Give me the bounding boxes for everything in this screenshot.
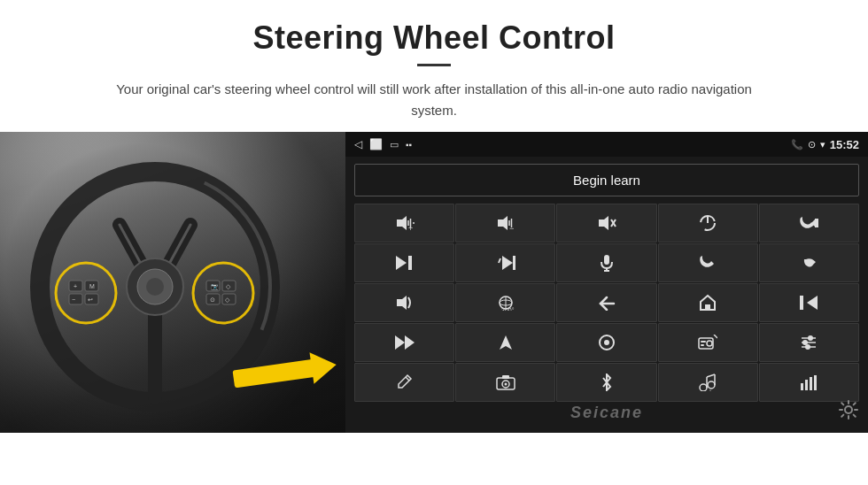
vol-down-button[interactable]: − (455, 204, 555, 242)
settings-icon[interactable] (838, 399, 859, 426)
svg-rect-83 (502, 375, 509, 379)
home-nav-icon[interactable]: ⬜ (369, 138, 383, 150)
yellow-arrow (233, 352, 337, 384)
call-button[interactable] (658, 243, 758, 282)
back-nav-icon[interactable]: ◁ (354, 138, 362, 150)
svg-text:−: − (72, 296, 75, 303)
status-time: 15:52 (830, 138, 859, 151)
svg-marker-42 (815, 219, 818, 227)
edit-button[interactable] (354, 363, 454, 402)
steering-wheel-panel: + M − ↩ 📷 ◇ ⊙ ◇ (0, 132, 345, 433)
status-left: ◁ ⬜ ▭ ▪▪ (354, 138, 412, 150)
hang-up-button[interactable] (759, 243, 859, 282)
svg-rect-60 (705, 304, 710, 310)
begin-learn-container: Begin learn (345, 157, 868, 202)
android-screen: ◁ ⬜ ▭ ▪▪ 📞 ⊙ ▾ 15:52 Begin learn (345, 132, 868, 433)
svg-rect-92 (810, 377, 812, 390)
svg-marker-65 (500, 335, 512, 350)
svg-marker-28 (397, 216, 407, 230)
signal-icon: ▪▪ (406, 140, 412, 150)
svg-text:⊙: ⊙ (210, 296, 215, 303)
svg-point-82 (504, 383, 507, 386)
svg-point-9 (146, 278, 164, 296)
mute-button[interactable] (556, 204, 656, 242)
svg-marker-47 (502, 256, 513, 270)
svg-line-88 (707, 374, 715, 377)
svg-marker-62 (807, 296, 818, 310)
svg-rect-61 (800, 296, 803, 310)
volume-bar-button[interactable] (759, 363, 859, 402)
subtitle-text: Your original car's steering wheel contr… (97, 79, 771, 121)
content-section: + M − ↩ 📷 ◇ ⊙ ◇ (0, 132, 868, 433)
control-button-grid: + − (345, 202, 868, 404)
speaker-button[interactable] (354, 283, 454, 322)
status-right: 📞 ⊙ ▾ 15:52 (791, 138, 859, 151)
phone-prev-button[interactable] (759, 204, 859, 242)
power-button[interactable] (658, 204, 758, 242)
wifi-icon: ▾ (820, 139, 825, 150)
page-title: Steering Wheel Control (53, 19, 815, 57)
svg-point-67 (604, 340, 609, 345)
svg-rect-71 (701, 344, 704, 346)
svg-rect-91 (805, 380, 808, 390)
back-button[interactable] (556, 283, 656, 322)
svg-point-76 (808, 335, 813, 341)
phone-status-icon: 📞 (791, 139, 803, 150)
page-container: Steering Wheel Control Your original car… (0, 0, 868, 433)
begin-learn-button[interactable]: Begin learn (354, 164, 859, 196)
svg-marker-63 (395, 335, 405, 350)
home-button[interactable] (658, 283, 758, 322)
svg-line-46 (499, 258, 500, 263)
svg-text:+: + (74, 283, 77, 289)
prev-prev-button[interactable] (759, 283, 859, 322)
svg-point-10 (56, 263, 116, 323)
fast-fwd-button[interactable] (354, 323, 454, 362)
svg-text:−: − (509, 224, 514, 231)
svg-text:↩: ↩ (88, 296, 93, 303)
svg-rect-68 (699, 338, 713, 349)
source-button[interactable] (556, 323, 656, 362)
svg-rect-49 (604, 255, 609, 265)
recent-nav-icon[interactable]: ▭ (390, 139, 399, 150)
seicane-watermark: Seicane (570, 404, 643, 422)
svg-text:+: + (408, 224, 413, 231)
svg-marker-44 (396, 256, 407, 270)
svg-text:M: M (89, 283, 95, 289)
vol-up-button[interactable]: + (354, 204, 454, 242)
status-bar: ◁ ⬜ ▭ ▪▪ 📞 ⊙ ▾ 15:52 (345, 132, 868, 157)
svg-marker-64 (405, 335, 415, 350)
svg-point-69 (707, 341, 712, 346)
equalizer-button[interactable] (759, 323, 859, 362)
svg-line-72 (714, 335, 717, 338)
radio-button[interactable] (658, 323, 758, 362)
svg-marker-37 (599, 216, 608, 230)
svg-rect-93 (814, 375, 817, 390)
next-track-button[interactable] (354, 243, 454, 282)
svg-line-79 (406, 377, 409, 381)
svg-text:360°: 360° (501, 307, 515, 311)
svg-text:♪: ♪ (709, 388, 712, 391)
nav-button[interactable] (455, 323, 555, 362)
skip-button[interactable] (455, 243, 555, 282)
svg-point-94 (845, 406, 852, 413)
svg-text:📷: 📷 (211, 282, 219, 290)
music-button[interactable]: ♪ (658, 363, 758, 402)
svg-marker-33 (498, 216, 508, 230)
svg-rect-48 (513, 256, 515, 270)
header-section: Steering Wheel Control Your original car… (0, 0, 868, 132)
svg-rect-45 (408, 256, 412, 270)
svg-point-19 (193, 263, 253, 323)
svg-rect-90 (801, 383, 803, 390)
camera-button[interactable] (455, 363, 555, 402)
svg-rect-70 (701, 341, 706, 343)
title-divider (417, 64, 451, 66)
location-icon: ⊙ (808, 139, 816, 150)
bluetooth-button[interactable] (556, 363, 656, 402)
mic-button[interactable] (556, 243, 656, 282)
svg-point-78 (805, 344, 810, 350)
svg-marker-52 (397, 296, 407, 310)
360-camera-button[interactable]: 360° (455, 283, 555, 322)
svg-point-74 (802, 340, 808, 345)
svg-point-84 (700, 384, 707, 391)
